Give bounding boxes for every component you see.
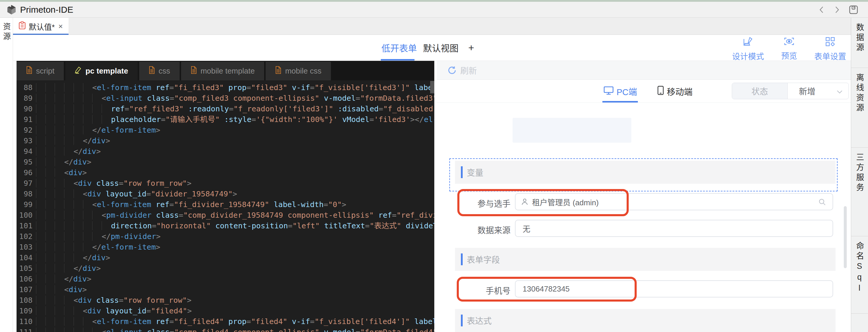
form-canvas: 变量 参与选手 租户管理员 (admin) 数据来源: [437, 103, 851, 332]
file-icon: [26, 66, 32, 76]
refresh-bar: 刷新: [437, 61, 851, 80]
section-form-fields[interactable]: 表单字段: [455, 248, 836, 271]
code-line[interactable]: 105 </div>: [17, 263, 434, 273]
pencil-icon: [75, 66, 82, 76]
section-accent-bar: [461, 166, 463, 178]
code-area[interactable]: 88 <el-form-item ref="fi_filed3" prop="f…: [17, 80, 434, 332]
device-tab-row: PC端 移动端 状态 新增: [437, 80, 851, 103]
code-line[interactable]: 96 <div>: [17, 167, 434, 178]
tab-mobile[interactable]: 移动端: [657, 80, 692, 103]
editor-tab-label: mobile css: [285, 66, 321, 76]
refresh-label[interactable]: 刷新: [460, 64, 477, 76]
form-preview-panel: 刷新 PC端 移动端: [437, 61, 851, 332]
toolbar-actions: 设计模式 预览: [732, 37, 846, 62]
file-icon: [149, 66, 155, 76]
editor-scrollbar[interactable]: [430, 81, 434, 93]
form-placeholder-block[interactable]: [513, 118, 631, 143]
editor-tab-label: mobile template: [200, 66, 255, 76]
app-window: Primeton-IDE: [0, 0, 868, 332]
editor-tab-script[interactable]: script: [17, 62, 64, 80]
nav-forward-icon[interactable]: [834, 5, 840, 14]
preview-scrollbar[interactable]: [844, 206, 847, 268]
editor-tab-pc-template[interactable]: pc template: [65, 62, 138, 80]
save-icon[interactable]: [849, 5, 858, 14]
search-icon[interactable]: [818, 198, 826, 208]
section-expression[interactable]: 表达式: [455, 309, 836, 332]
code-line[interactable]: 107 <div>: [17, 284, 434, 295]
file-icon: [275, 66, 282, 76]
code-line[interactable]: 102 </pm-divider>: [17, 231, 434, 242]
code-line[interactable]: 109 <div layout_id="filed4">: [17, 305, 434, 316]
code-line[interactable]: 98 <div layout_id="divider_19584749">: [17, 189, 434, 199]
editor-tab-label: css: [159, 66, 170, 76]
code-line[interactable]: 89 <el-input class="comp_filed3 componen…: [17, 93, 434, 103]
header-nav: [818, 2, 858, 18]
active-view-tab-underline: [381, 59, 414, 61]
code-line[interactable]: 106 </div>: [17, 273, 434, 284]
state-select[interactable]: 状态 新增: [732, 83, 849, 99]
state-select-label: 状态: [732, 83, 788, 99]
design-mode-button[interactable]: 设计模式: [732, 37, 764, 62]
section-variables-label: 变量: [467, 166, 483, 178]
sidebar-item-third-party-services[interactable]: 三方服务: [851, 148, 868, 236]
code-line[interactable]: 103 </el-form-item>: [17, 242, 434, 252]
code-line[interactable]: 90 ref="ref_filed3" :readonly="f_readonl…: [17, 103, 434, 114]
file-tab-default-value[interactable]: 默认值* ×: [13, 18, 68, 35]
section-variables[interactable]: 变量: [455, 161, 836, 184]
sidebar-item-named-sql[interactable]: 命名Sql: [851, 236, 868, 314]
code-line[interactable]: 111 <el-input class="comp_filed4 compone…: [17, 327, 434, 332]
tab-pc-label: PC端: [617, 85, 637, 97]
editor-tab-mobile-template[interactable]: mobile template: [181, 62, 265, 80]
phone-input[interactable]: 13064782345: [515, 280, 833, 297]
code-line[interactable]: 91 placeholder="请输入手机号" :style='{"width"…: [17, 114, 434, 125]
participants-input[interactable]: 租户管理员 (admin): [515, 193, 833, 210]
app-header: Primeton-IDE: [0, 2, 868, 18]
editor-tab-mobile-css[interactable]: mobile css: [266, 62, 331, 80]
code-line[interactable]: 92 </el-form-item>: [17, 125, 434, 135]
right-rail: 数据源 离线资源 三方服务 命名Sql: [851, 18, 868, 332]
code-line[interactable]: 101 direction="horizontal" content-posit…: [17, 220, 434, 231]
code-line[interactable]: 108 <div class="row form_row">: [17, 295, 434, 305]
design-mode-label: 设计模式: [732, 50, 764, 62]
refresh-icon[interactable]: [447, 66, 457, 75]
code-line[interactable]: 97 <div class="row form_row">: [17, 178, 434, 189]
code-editor[interactable]: scriptpc templatecssmobile templatemobil…: [17, 61, 434, 332]
left-rail: 资源: [0, 18, 13, 332]
code-line[interactable]: 93 </div>: [17, 135, 434, 146]
sidebar-item-offline-resources[interactable]: 离线资源: [851, 68, 868, 148]
form-settings-button[interactable]: 表单设置: [814, 37, 846, 62]
sidebar-item-data-source[interactable]: 数据源: [851, 18, 868, 68]
chevron-down-icon: [837, 90, 843, 95]
tab-lowcode-form[interactable]: 低开表单: [381, 35, 417, 60]
form-settings-icon: [825, 37, 835, 49]
tab-pc[interactable]: PC端: [603, 80, 637, 103]
code-line[interactable]: 99 <el-form-item ref="fi_divider_1958474…: [17, 199, 434, 210]
sidebar-item-label: 命名Sql: [854, 242, 865, 313]
form-settings-label: 表单设置: [814, 50, 846, 62]
code-line[interactable]: 100 <pm-divider class="comp_divider_1958…: [17, 210, 434, 220]
editor-tab-css[interactable]: css: [139, 62, 180, 80]
monitor-icon: [603, 86, 614, 97]
sidebar-item-label: 离线资源: [854, 73, 865, 147]
sidebar-item-resources[interactable]: 资源: [1, 23, 12, 332]
tab-default-view[interactable]: 默认视图: [423, 35, 459, 60]
nav-back-icon[interactable]: [818, 5, 825, 14]
data-source-input[interactable]: 无: [515, 220, 833, 237]
close-tab-icon[interactable]: ×: [58, 22, 63, 31]
add-view-button[interactable]: +: [468, 35, 474, 60]
code-line[interactable]: 88 <el-form-item ref="fi_filed3" prop="f…: [17, 82, 434, 93]
preview-label: 预览: [781, 49, 797, 61]
field-label-phone: 手机号: [448, 285, 510, 296]
field-label-participants: 参与选手: [448, 197, 510, 209]
app-title: Primeton-IDE: [20, 5, 73, 15]
code-line[interactable]: 95 </div>: [17, 157, 434, 167]
phone-icon: [657, 86, 664, 97]
file-icon: [191, 66, 197, 76]
sidebar-item-label: 三方服务: [854, 153, 865, 236]
code-line[interactable]: 104 </div>: [17, 252, 434, 263]
preview-button[interactable]: 预览: [781, 37, 797, 62]
code-line[interactable]: 110 <el-form-item ref="fi_filed4" prop="…: [17, 316, 434, 327]
file-tab-label: 默认值*: [29, 21, 55, 32]
app-logo-icon: [6, 4, 17, 15]
code-line[interactable]: 94 </div>: [17, 146, 434, 157]
